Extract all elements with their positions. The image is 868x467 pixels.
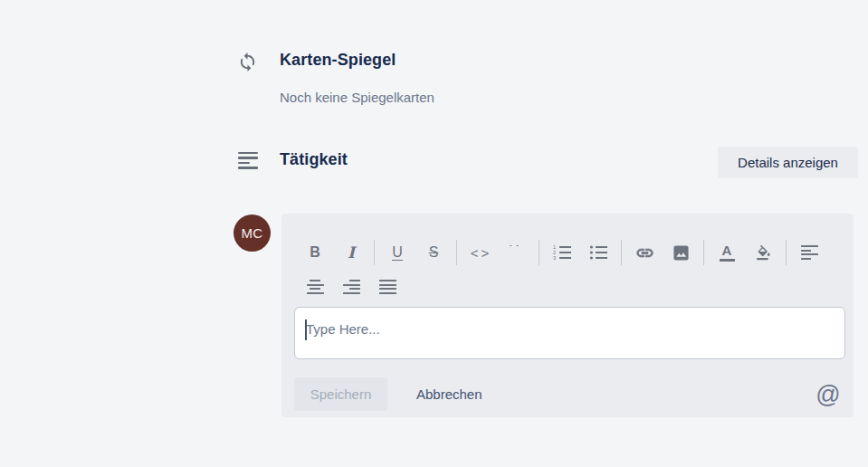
cancel-button[interactable]: Abbrechen	[407, 377, 491, 411]
align-left-icon[interactable]	[791, 237, 827, 268]
fill-color-icon[interactable]	[745, 237, 781, 268]
bold-icon[interactable]: B	[297, 237, 333, 268]
avatar: MC	[234, 214, 271, 252]
toolbar-divider	[786, 240, 787, 265]
sync-icon	[237, 52, 258, 76]
toolbar-divider	[539, 240, 539, 265]
link-icon[interactable]	[626, 237, 663, 268]
align-center-icon[interactable]	[297, 272, 333, 302]
mirror-section-title: Karten-Spiegel	[280, 51, 396, 70]
ordered-list-icon[interactable]: 1 2 3	[544, 237, 580, 268]
underline-icon[interactable]: U	[379, 237, 415, 268]
toolbar-divider	[374, 240, 375, 265]
unordered-list-icon[interactable]	[580, 237, 616, 268]
mirror-empty-text: Noch keine Spiegelkarten	[280, 90, 434, 105]
toolbar-divider	[456, 240, 457, 265]
italic-icon[interactable]: I	[333, 237, 369, 268]
mention-icon[interactable]: @	[815, 380, 842, 409]
editor-toolbar-row-1: B I U S <> ” 1 2 3	[297, 237, 827, 268]
editor-toolbar-row-2	[297, 272, 405, 302]
comment-editor-panel: B I U S <> ” 1 2 3	[281, 214, 854, 417]
code-block-icon[interactable]: <>	[462, 237, 498, 268]
text-color-icon[interactable]: A	[709, 237, 745, 268]
svg-text:3: 3	[553, 255, 556, 261]
align-right-icon[interactable]	[333, 272, 369, 302]
blockquote-icon[interactable]: ”	[498, 237, 534, 268]
show-details-button[interactable]: Details anzeigen	[718, 147, 858, 178]
comment-input-wrapper	[294, 307, 845, 359]
activity-section-title: Tätigkeit	[280, 150, 348, 169]
comment-input[interactable]	[295, 308, 844, 358]
align-justify-icon[interactable]	[369, 272, 405, 302]
save-button[interactable]: Speichern	[294, 377, 387, 411]
strikethrough-icon[interactable]: S	[415, 237, 452, 268]
text-cursor	[305, 319, 307, 340]
activity-icon	[238, 152, 258, 169]
toolbar-divider	[703, 240, 704, 265]
toolbar-divider	[621, 240, 622, 265]
image-icon[interactable]	[663, 237, 699, 268]
